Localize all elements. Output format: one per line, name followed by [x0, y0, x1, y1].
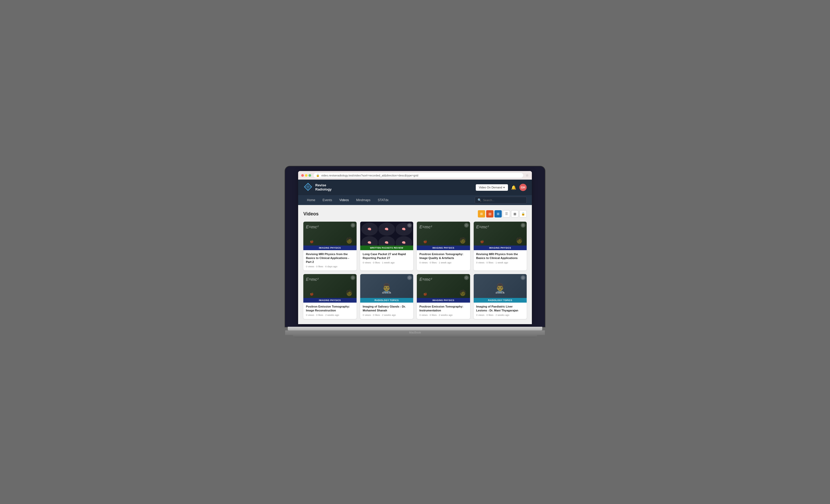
video-card[interactable]: 👨‍⚕️ RADIOLOGY TOPICS ⬡ Imaging of Saliv… — [360, 274, 413, 319]
video-card[interactable]: E=mc² 🍎 🧑 IMAGING PHYSICS ⬡ Positron Emi… — [417, 274, 470, 319]
video-meta-7: 0 views · 0 likes · 2 weeks ago — [419, 313, 468, 316]
logo-area: Revise Radiology — [303, 182, 332, 193]
view-lock-btn[interactable]: 🔒 — [519, 210, 527, 217]
filter-btn-1[interactable]: ⊞ — [478, 210, 485, 217]
video-title-4: Revising MRI Physics from the Basics to … — [476, 252, 524, 260]
video-title-6: Imaging of Salivary Glands - Dr. Mohamed… — [363, 305, 411, 312]
url-text: video.reviseradiology.test/video?sort=re… — [321, 174, 418, 177]
logo-text: Revise Radiology — [315, 183, 332, 192]
videos-header: Videos ⊞ ▤ ⊞ ☰ ▦ 🔒 — [303, 210, 527, 217]
vod-button[interactable]: Video On Demand ▾ — [476, 184, 508, 191]
browser-dots — [301, 174, 311, 177]
video-info-7: Positron Emission Tomography: Instrument… — [417, 303, 470, 319]
bookmark-icon-3[interactable]: ⬡ — [464, 223, 469, 228]
video-meta-5: 0 views · 0 likes · 2 weeks ago — [306, 313, 354, 316]
view-compact-btn[interactable]: ▦ — [511, 210, 518, 217]
chevron-down-icon: ▾ — [503, 186, 505, 189]
search-input[interactable] — [483, 199, 524, 202]
category-banner-2: WRITTEN PACKETS REVIEW — [360, 245, 413, 250]
browser-url-bar[interactable]: 🔒 video.reviseradiology.test/video?sort=… — [313, 173, 523, 178]
browser-window: 🔒 video.reviseradiology.test/video?sort=… — [298, 171, 532, 324]
video-title-8: Imaging of Paediatric Liver Lesions - Dr… — [476, 305, 524, 312]
category-banner-7: IMAGING PHYSICS — [417, 298, 470, 303]
header-right: Video On Demand ▾ 🔔 GH — [476, 184, 527, 191]
page-title: Videos — [303, 211, 319, 217]
main-content: Videos ⊞ ▤ ⊞ ☰ ▦ 🔒 E=mc² — [298, 205, 532, 324]
nav-statdx[interactable]: STATdx — [374, 195, 392, 205]
nav-mindmaps[interactable]: Mindmaps — [352, 195, 374, 205]
video-card[interactable]: 🧠🧠🧠🧠🧠🧠 WRITTEN PACKETS REVIEW ⬡ Long Cas… — [360, 222, 413, 270]
video-title-2: Long Case Packet 27 and Rapid Reporting … — [363, 252, 411, 260]
bookmark-icon-7[interactable]: ⬡ — [464, 275, 469, 280]
category-banner-4: IMAGING PHYSICS — [474, 245, 527, 250]
video-card[interactable]: E=mc² 🍎 🧑 IMAGING PHYSICS ⬡ Positron Emi… — [417, 222, 470, 270]
view-controls: ⊞ ▤ ⊞ ☰ ▦ 🔒 — [478, 210, 527, 217]
browser-chrome: 🔒 video.reviseradiology.test/video?sort=… — [298, 171, 532, 179]
video-meta-6: 0 views · 0 likes · 2 weeks ago — [363, 313, 411, 316]
logo-diamond-icon — [303, 182, 313, 193]
video-thumbnail-1: E=mc² 🍎 🧑 IMAGING PHYSICS ⬡ — [303, 222, 357, 250]
video-card[interactable]: E=mc² 🍎 🧑 IMAGING PHYSICS ⬡ Positron Emi… — [303, 274, 357, 319]
video-meta-4: 0 views · 0 likes · 1 week ago — [476, 261, 524, 264]
search-icon: 🔍 — [478, 198, 481, 202]
video-card[interactable]: E=mc² 🍎 🧑 IMAGING PHYSICS ⬡ Revising MRI… — [474, 222, 527, 270]
video-info-6: Imaging of Salivary Glands - Dr. Mohamed… — [360, 303, 413, 319]
video-info-5: Positron Emission Tomography: Image Reco… — [303, 303, 357, 319]
category-banner-1: IMAGING PHYSICS — [303, 245, 357, 250]
bookmark-icon-8[interactable]: ⬡ — [521, 275, 525, 280]
view-grid-btn[interactable]: ⊞ — [494, 210, 502, 217]
video-thumbnail-8: 👨‍⚕️ RADIOLOGY TOPICS ⬡ — [474, 274, 527, 303]
video-thumbnail-2: 🧠🧠🧠🧠🧠🧠 WRITTEN PACKETS REVIEW ⬡ — [360, 222, 413, 250]
video-info-3: Positron Emission Tomography: Image Qual… — [417, 250, 470, 267]
laptop-foot — [293, 335, 537, 338]
category-banner-8: RADIOLOGY TOPICS — [474, 298, 527, 303]
video-meta-8: 0 views · 0 likes · 2 weeks ago — [476, 313, 524, 316]
category-banner-3: IMAGING PHYSICS — [417, 245, 470, 250]
video-meta-3: 0 views · 0 likes · 1 week ago — [419, 261, 468, 264]
nav-links: Home Events Videos Mindmaps STATdx — [303, 195, 392, 205]
macbook-label-strip: MacBook — [285, 330, 545, 335]
view-list-btn[interactable]: ☰ — [503, 210, 510, 217]
video-thumbnail-3: E=mc² 🍎 🧑 IMAGING PHYSICS ⬡ — [417, 222, 470, 250]
nav-search[interactable]: 🔍 — [475, 197, 527, 203]
video-card[interactable]: 👨‍⚕️ RADIOLOGY TOPICS ⬡ Imaging of Paedi… — [474, 274, 527, 319]
video-title-1: Revising MRI Physics from the Basics to … — [306, 252, 354, 264]
video-title-5: Positron Emission Tomography: Image Reco… — [306, 305, 354, 312]
video-meta-1: 0 views · 0 likes · 6 days ago — [306, 265, 354, 268]
video-card[interactable]: E=mc² 🍎 🧑 IMAGING PHYSICS ⬡ Revising MRI… — [303, 222, 357, 270]
notification-icon[interactable]: 🔔 — [511, 185, 516, 190]
nav-home[interactable]: Home — [303, 195, 319, 205]
nav-videos[interactable]: Videos — [336, 195, 352, 205]
video-info-2: Long Case Packet 27 and Rapid Reporting … — [360, 250, 413, 267]
video-grid: E=mc² 🍎 🧑 IMAGING PHYSICS ⬡ Revising MRI… — [303, 222, 527, 319]
video-thumbnail-7: E=mc² 🍎 🧑 IMAGING PHYSICS ⬡ — [417, 274, 470, 303]
video-title-7: Positron Emission Tomography: Instrument… — [419, 305, 468, 312]
video-thumbnail-4: E=mc² 🍎 🧑 IMAGING PHYSICS ⬡ — [474, 222, 527, 250]
bookmark-icon-1[interactable]: ⬡ — [351, 223, 355, 228]
laptop-base — [288, 327, 542, 330]
screen-bezel: 🔒 video.reviseradiology.test/video?sort=… — [285, 166, 545, 327]
video-info-8: Imaging of Paediatric Liver Lesions - Dr… — [474, 303, 527, 319]
video-title-3: Positron Emission Tomography: Image Qual… — [419, 252, 468, 260]
video-thumbnail-6: 👨‍⚕️ RADIOLOGY TOPICS ⬡ — [360, 274, 413, 303]
site-header: Revise Radiology Video On Demand ▾ 🔔 GH — [298, 179, 532, 195]
filter-btn-2[interactable]: ▤ — [486, 210, 493, 217]
video-thumbnail-5: E=mc² 🍎 🧑 IMAGING PHYSICS ⬡ — [303, 274, 357, 303]
video-info-4: Revising MRI Physics from the Basics to … — [474, 250, 527, 267]
bookmark-icon-6[interactable]: ⬡ — [407, 275, 412, 280]
bookmark-icon-5[interactable]: ⬡ — [351, 275, 355, 280]
avatar[interactable]: GH — [519, 184, 527, 191]
category-banner-6: RADIOLOGY TOPICS — [360, 298, 413, 303]
lock-icon: 🔒 — [316, 174, 320, 177]
video-info-1: Revising MRI Physics from the Basics to … — [303, 250, 357, 270]
laptop-outer: 🔒 video.reviseradiology.test/video?sort=… — [285, 166, 545, 337]
video-meta-2: 0 views · 0 likes · 1 week ago — [363, 261, 411, 264]
nav-events[interactable]: Events — [319, 195, 336, 205]
category-banner-5: IMAGING PHYSICS — [303, 298, 357, 303]
nav-bar: Home Events Videos Mindmaps STATdx 🔍 — [298, 195, 532, 205]
star-icon[interactable]: ☆ — [525, 173, 529, 177]
